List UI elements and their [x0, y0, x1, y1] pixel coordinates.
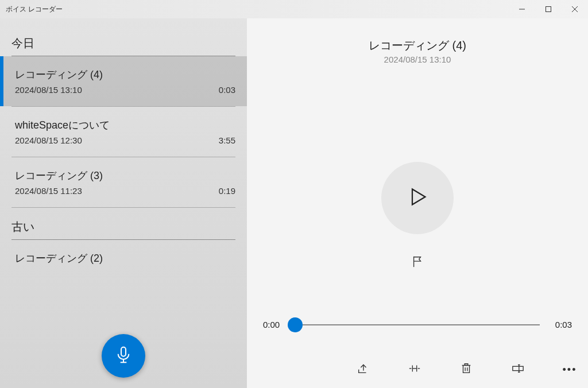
microphone-icon: [114, 346, 133, 366]
recording-duration: 3:55: [219, 135, 235, 145]
section-header-old: 古い: [0, 208, 247, 239]
flag-icon: [411, 255, 424, 270]
recording-date: 2024/08/15 12:30: [15, 135, 82, 145]
recording-item[interactable]: レコーディング (3) 2024/08/15 11:23 0:19: [0, 157, 247, 207]
detail-toolbar: •••: [247, 351, 588, 388]
svg-rect-17: [513, 366, 523, 370]
close-button[interactable]: [562, 0, 588, 18]
window-controls: [509, 0, 588, 18]
recording-detail-pane: レコーディング (4) 2024/08/15 13:10 0:00: [247, 18, 588, 388]
more-button[interactable]: •••: [558, 358, 581, 381]
recording-list-sidebar: 今日 レコーディング (4) 2024/08/15 13:10 0:03 whi…: [0, 18, 247, 388]
play-icon: [407, 187, 428, 209]
share-icon: [357, 362, 369, 377]
total-time: 0:03: [549, 320, 572, 329]
recording-item[interactable]: レコーディング (2): [0, 240, 247, 266]
svg-rect-4: [121, 347, 126, 356]
window-title: ボイス レコーダー: [6, 5, 509, 14]
recording-title: レコーディング (2): [15, 251, 235, 265]
rename-button[interactable]: [506, 358, 529, 381]
play-button[interactable]: [381, 162, 454, 234]
more-icon: •••: [559, 364, 581, 376]
seek-track[interactable]: [295, 324, 540, 325]
current-time: 0:00: [263, 320, 286, 329]
recording-date: 2024/08/15 13:10: [15, 85, 82, 95]
rename-icon: [512, 362, 524, 377]
recording-duration: 0:03: [219, 85, 235, 95]
recording-title: レコーディング (3): [15, 169, 235, 183]
trash-icon: [460, 362, 473, 377]
recording-item[interactable]: レコーディング (4) 2024/08/15 13:10 0:03: [0, 56, 247, 106]
share-button[interactable]: [351, 358, 374, 381]
svg-rect-1: [546, 7, 551, 12]
svg-marker-7: [412, 189, 425, 205]
trim-icon: [408, 362, 421, 377]
section-header-today: 今日: [0, 18, 247, 56]
recording-title: whiteSpaceについて: [15, 118, 235, 132]
trim-button[interactable]: [403, 358, 426, 381]
add-marker-button[interactable]: [406, 251, 429, 274]
detail-title: レコーディング (4): [369, 38, 466, 53]
detail-date: 2024/08/15 13:10: [369, 55, 466, 64]
recording-item[interactable]: whiteSpaceについて 2024/08/15 12:30 3:55: [0, 107, 247, 157]
recording-date: 2024/08/15 11:23: [15, 186, 82, 196]
minimize-button[interactable]: [509, 0, 535, 18]
record-button[interactable]: [102, 334, 145, 378]
seek-thumb[interactable]: [288, 317, 303, 332]
maximize-button[interactable]: [535, 0, 562, 18]
titlebar: ボイス レコーダー: [0, 0, 588, 18]
recording-title: レコーディング (4): [15, 68, 235, 82]
recording-duration: 0:19: [219, 186, 235, 196]
delete-button[interactable]: [455, 358, 478, 381]
playback-timeline: 0:00 0:03: [247, 320, 588, 329]
